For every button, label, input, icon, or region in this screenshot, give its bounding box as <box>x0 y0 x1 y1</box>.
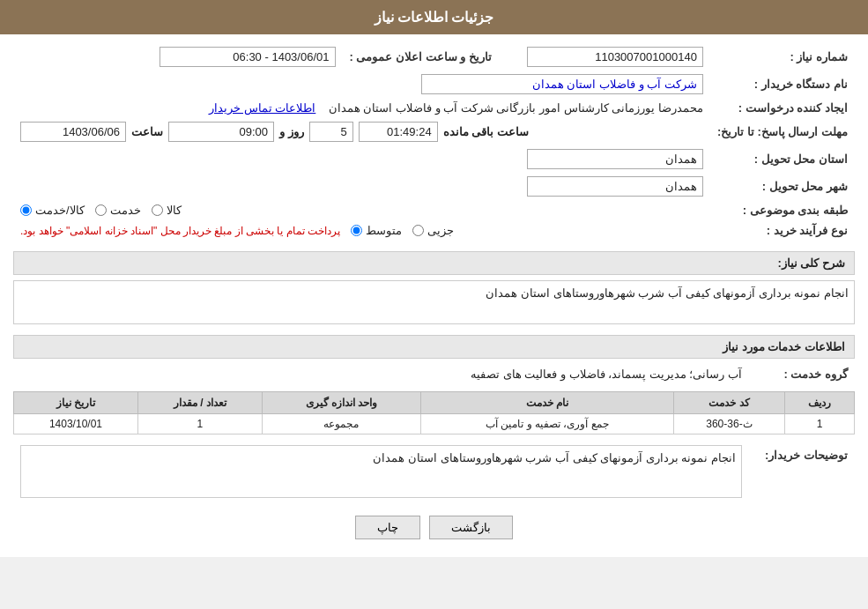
purchase-type-medium[interactable]: متوسط <box>351 224 402 237</box>
response-time-value: 09:00 <box>168 122 274 142</box>
col-row: ردیف <box>785 392 855 414</box>
need-number-value: 1103007001000140 <box>527 47 703 67</box>
cell-quantity: 1 <box>137 414 262 434</box>
page-title: جزئیات اطلاعات نیاز <box>0 0 868 34</box>
purchase-type-label: نوع فرآیند خرید : <box>710 220 855 241</box>
category-goods-label: کالا <box>167 204 182 217</box>
category-radio-service[interactable] <box>95 204 107 216</box>
response-time-label: ساعت <box>131 125 163 138</box>
response-date-value: 1403/06/06 <box>20 122 126 142</box>
category-radio-goods[interactable] <box>152 204 163 216</box>
response-days-value: 5 <box>309 122 353 142</box>
col-quantity: تعداد / مقدار <box>137 392 262 414</box>
purchase-type-notice: پرداخت تمام یا بخشی از مبلغ خریدار محل "… <box>20 225 340 237</box>
col-code: کد خدمت <box>673 392 785 414</box>
category-label: طبقه بندی موضوعی : <box>710 200 855 220</box>
action-buttons: بازگشت چاپ <box>13 516 855 539</box>
purchase-type-radio-medium[interactable] <box>351 225 362 236</box>
cell-row: 1 <box>785 414 855 434</box>
response-remaining-value: 01:49:24 <box>359 122 438 142</box>
back-button[interactable]: بازگشت <box>429 516 513 539</box>
need-number-label: شماره نیاز : <box>710 43 855 71</box>
response-deadline-label: مهلت ارسال پاسخ: تا تاریخ: <box>710 118 855 145</box>
cell-unit: مجموعه <box>262 414 420 434</box>
response-remaining-label: ساعت باقی مانده <box>443 125 529 138</box>
service-info-section-title: اطلاعات خدمات مورد نیاز <box>13 335 855 359</box>
cell-date: 1403/10/01 <box>14 414 138 434</box>
category-option-goods-service[interactable]: کالا/خدمت <box>20 204 85 217</box>
delivery-province-label: استان محل تحویل : <box>710 145 855 173</box>
general-desc-value: انجام نمونه برداری آزمونهای کیفی آب شرب … <box>486 286 849 300</box>
purchase-type-partial[interactable]: جزیی <box>412 224 454 237</box>
service-group-value: آب رسانی؛ مدیریت پسماند، فاضلاب و فعالیت… <box>471 368 742 381</box>
services-table: ردیف کد خدمت نام خدمت واحد اندازه گیری ت… <box>13 391 855 434</box>
category-service-label: خدمت <box>110 204 141 217</box>
delivery-city-value: همدان <box>527 176 703 197</box>
service-group-label: گروه خدمت : <box>749 364 855 384</box>
col-name: نام خدمت <box>421 392 673 414</box>
delivery-city-label: شهر محل تحویل : <box>710 173 855 200</box>
col-date: تاریخ نیاز <box>14 392 138 414</box>
buyer-org-label: نام دستگاه خریدار : <box>710 71 855 98</box>
col-unit: واحد اندازه گیری <box>262 392 420 414</box>
category-radio-group: کالا/خدمت خدمت کالا <box>20 204 703 217</box>
response-days-label: روز و <box>279 125 304 138</box>
general-desc-section-title: شرح کلی نیاز: <box>13 251 855 275</box>
contact-link[interactable]: اطلاعات تماس خریدار <box>209 101 315 115</box>
announce-datetime-label: تاریخ و ساعت اعلان عمومی : <box>343 43 499 71</box>
purchase-type-radio-partial[interactable] <box>412 225 424 236</box>
purchase-type-partial-label: جزیی <box>427 224 454 237</box>
print-button[interactable]: چاپ <box>355 516 420 539</box>
category-option-goods[interactable]: کالا <box>152 204 182 217</box>
cell-name: جمع آوری، تصفیه و تامین آب <box>421 414 673 434</box>
buyer-org-value: شرکت آب و فاضلاب استان همدان <box>421 74 703 94</box>
requester-value: محمدرضا یورزمانی کارشناس امور بازرگانی ش… <box>329 101 703 115</box>
category-option-service[interactable]: خدمت <box>95 204 141 217</box>
requester-label: ایجاد کننده درخواست : <box>710 98 855 118</box>
category-goods-service-label: کالا/خدمت <box>35 204 85 217</box>
delivery-province-value: همدان <box>527 149 703 169</box>
buyer-desc-value: انجام نمونه برداری آزمونهای کیفی آب شرب … <box>373 451 736 464</box>
category-radio-goods-service[interactable] <box>20 204 32 216</box>
purchase-type-radio-group: پرداخت تمام یا بخشی از مبلغ خریدار محل "… <box>20 224 703 237</box>
announce-datetime-value: 1403/06/01 - 06:30 <box>160 47 336 67</box>
table-row: 1ث-36-360جمع آوری، تصفیه و تامین آبمجموع… <box>14 414 855 434</box>
cell-code: ث-36-360 <box>673 414 785 434</box>
buyer-desc-section-title: توضیحات خریدار: <box>749 442 855 501</box>
purchase-type-medium-label: متوسط <box>366 224 402 237</box>
